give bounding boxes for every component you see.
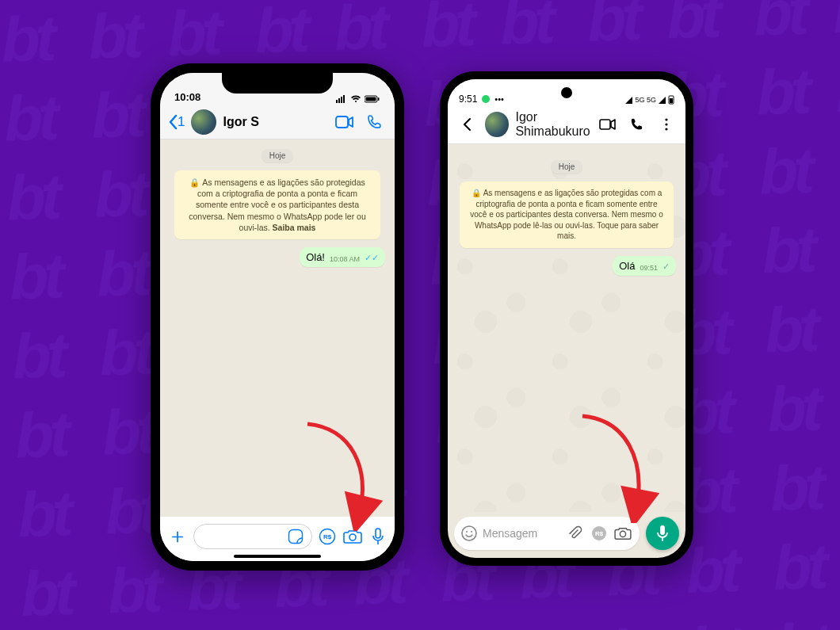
ios-chat-body: Hoje 🔒As mensagens e as ligações são pro… [160, 139, 395, 520]
encryption-notice[interactable]: 🔒As mensagens e as ligações são protegid… [460, 181, 674, 248]
svg-point-23 [462, 526, 476, 540]
svg-rect-6 [343, 95, 345, 103]
svg-rect-9 [378, 97, 380, 101]
encryption-learn-more: Saiba mais [273, 223, 316, 232]
video-call-button[interactable] [597, 113, 620, 136]
message-bubble[interactable]: Olá! 10:08 AM ✓✓ [300, 247, 385, 267]
message-text: Olá! [306, 251, 325, 263]
android-chat-header: Igor Shimabukuro [448, 105, 685, 144]
attach-plus-button[interactable]: ＋ [166, 522, 189, 550]
back-button[interactable] [456, 113, 479, 136]
ios-composer: ＋ R$ [160, 517, 395, 561]
ios-status-time: 10:08 [174, 91, 200, 103]
contact-name[interactable]: Igor Shimabukuro [515, 110, 590, 139]
wifi-icon [350, 95, 361, 103]
home-indicator [234, 555, 321, 558]
svg-point-14 [349, 534, 356, 540]
svg-rect-4 [338, 98, 340, 103]
android-composer: Mensagem R$ [448, 510, 685, 558]
mic-button[interactable] [646, 517, 679, 550]
back-badge: 1 [178, 114, 185, 130]
video-call-button[interactable] [333, 110, 357, 134]
svg-rect-15 [376, 529, 380, 538]
outgoing-message-row: Olá 09:51 ✓ [457, 256, 676, 276]
contact-avatar[interactable] [485, 112, 510, 137]
back-button[interactable]: 1 [168, 114, 185, 130]
payment-button[interactable]: R$ [317, 526, 338, 547]
android-frame: 9:51 ••• 5G 5G Igor Shimabukuro [440, 71, 693, 566]
svg-rect-19 [600, 120, 610, 129]
svg-point-21 [665, 123, 667, 125]
message-input[interactable] [193, 524, 312, 549]
encryption-text: As mensagens e as ligações são protegida… [470, 189, 662, 240]
contact-name[interactable]: Igor S [223, 115, 326, 129]
chevron-left-icon [168, 114, 178, 130]
contact-avatar[interactable] [191, 109, 216, 135]
encryption-notice[interactable]: 🔒As mensagens e as ligações são protegid… [174, 170, 380, 239]
svg-point-25 [471, 531, 472, 533]
android-status-time: 9:51 [459, 94, 477, 105]
payment-button[interactable]: R$ [590, 525, 609, 542]
message-input[interactable]: Mensagem R$ [454, 517, 640, 550]
battery-icon [365, 95, 380, 103]
android-status-right: 5G 5G [625, 95, 674, 105]
message-text: Olá [619, 260, 635, 272]
lock-icon: 🔒 [189, 178, 200, 187]
ios-chat-header: 1 Igor S [160, 105, 395, 139]
svg-point-16 [482, 95, 490, 103]
read-checks-icon: ✓✓ [365, 253, 379, 263]
svg-rect-2 [0, 0, 840, 630]
whatsapp-notif-icon [481, 94, 491, 104]
date-pill: Hoje [551, 160, 583, 174]
svg-rect-11 [289, 529, 303, 543]
sticker-button[interactable] [288, 529, 307, 544]
svg-rect-5 [341, 97, 342, 103]
kebab-icon [665, 118, 668, 131]
svg-rect-18 [670, 98, 673, 103]
iphone-screen: 10:08 1 Igor S Hoje 🔒As m [160, 73, 395, 561]
message-time: 10:08 AM [330, 255, 360, 263]
voice-call-button[interactable] [625, 113, 648, 136]
svg-rect-3 [336, 100, 338, 103]
lock-icon: 🔒 [472, 189, 481, 197]
arrow-left-icon [459, 116, 475, 132]
svg-point-22 [665, 128, 667, 130]
message-bubble[interactable]: Olá 09:51 ✓ [613, 256, 676, 276]
more-options-button[interactable] [655, 113, 678, 136]
svg-rect-10 [336, 116, 348, 128]
message-time: 09:51 [640, 264, 658, 272]
svg-point-24 [466, 531, 468, 533]
net-label: 5G 5G [635, 96, 656, 104]
date-pill: Hoje [262, 149, 294, 162]
signal-icon [336, 95, 347, 103]
iphone-notch [222, 73, 333, 94]
outgoing-message-row: Olá! 10:08 AM ✓✓ [170, 247, 385, 267]
android-status-bar: 9:51 ••• 5G 5G [448, 79, 685, 105]
sent-check-icon: ✓ [662, 262, 670, 272]
camera-button[interactable] [342, 526, 363, 547]
android-chat-body: Hoje 🔒As mensagens e as ligações são pro… [448, 151, 685, 512]
camera-button[interactable] [614, 526, 633, 540]
emoji-button[interactable] [460, 525, 478, 542]
mic-button[interactable] [368, 526, 388, 547]
voice-call-button[interactable] [363, 110, 387, 134]
android-screen: 9:51 ••• 5G 5G Igor Shimabukuro [448, 79, 685, 558]
svg-text:R$: R$ [323, 533, 332, 540]
ios-status-right [336, 95, 380, 103]
battery-icon [668, 95, 674, 105]
svg-rect-29 [660, 525, 665, 535]
iphone-frame: 10:08 1 Igor S Hoje 🔒As m [151, 63, 404, 571]
svg-rect-8 [366, 97, 376, 101]
android-camera-punch [561, 87, 572, 98]
signal-a-icon [625, 97, 632, 104]
svg-text:R$: R$ [595, 530, 604, 537]
signal-b-icon [659, 97, 666, 104]
more-notif-icon: ••• [494, 94, 504, 104]
svg-point-20 [665, 118, 667, 120]
background-pattern: btbt [0, 0, 840, 630]
attach-button[interactable] [567, 525, 586, 541]
input-placeholder: Mensagem [483, 527, 562, 540]
svg-point-28 [620, 531, 625, 536]
